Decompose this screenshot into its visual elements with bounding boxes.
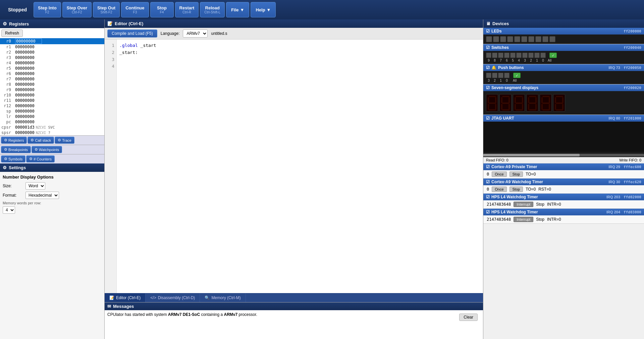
tab-trace[interactable]: ⚙ Trace (55, 137, 74, 144)
language-select[interactable]: ARMv7 (183, 29, 208, 38)
sw-9[interactable] (486, 53, 491, 58)
sw-8[interactable] (492, 53, 497, 58)
tab-counters[interactable]: ⚙ # Counters (26, 155, 55, 162)
led-7[interactable] (500, 36, 506, 42)
refresh-button[interactable]: Refresh (1, 29, 23, 37)
messages-mid: containing a (200, 312, 224, 317)
help-menu-button[interactable]: Help ▼ (251, 2, 276, 17)
led-2[interactable] (535, 36, 541, 42)
seven-seg-checkbox[interactable]: ☑ (486, 85, 490, 90)
messages-title: Messages (113, 304, 134, 309)
seg-digit-5[interactable] (486, 94, 498, 112)
seg-digit-1[interactable] (540, 94, 552, 112)
compile-button[interactable]: Compile and Load (F5) (107, 29, 157, 38)
jtag-content[interactable] (483, 122, 644, 152)
editor-header: 📝 Editor (Ctrl-E) (105, 19, 483, 28)
symbols-label: Symbols (8, 157, 22, 161)
led-5[interactable] (514, 36, 520, 42)
cortex-timer-checkbox[interactable]: ☑ (486, 164, 490, 169)
hps-watchdog2-value: 2147483648 (487, 217, 511, 222)
hps-watchdog2-checkbox[interactable]: ☑ (486, 210, 490, 214)
leds-checkbox-icon[interactable]: ☑ (486, 29, 490, 33)
step-out-button[interactable]: Step Out Shift-F2 (93, 2, 120, 17)
led-4[interactable] (521, 36, 527, 42)
filename-label: untitled.s (211, 31, 227, 36)
jtag-scrollbar[interactable] (483, 154, 644, 156)
cortex-watchdog-checkbox[interactable]: ☑ (486, 180, 490, 184)
format-select[interactable]: Hexadecimal (25, 192, 59, 199)
pb-2[interactable] (492, 73, 497, 78)
restart-button[interactable]: Restart Ctrl-R (175, 2, 199, 17)
switches-checkbox-icon[interactable]: ☑ (486, 45, 490, 50)
push-buttons-checkbox[interactable]: ☑ (486, 65, 490, 70)
switch-all-check[interactable]: ✓ (549, 53, 557, 58)
sw-2[interactable] (528, 53, 534, 58)
hps-watchdog1-checkbox[interactable]: ☑ (486, 195, 490, 199)
stop-button[interactable]: Stop F4 (150, 2, 174, 17)
tab-watchpoints[interactable]: ⚙ Watchpoints (32, 146, 62, 153)
tab-call-stack[interactable]: ⚙ Call stack (28, 137, 54, 144)
leds-address: ff200000 (624, 29, 641, 33)
hps-watchdog1-content: 2147483648 Interrupt Stop INTR=0 (483, 200, 644, 208)
seven-seg-address: ff200020 (624, 86, 641, 90)
sw-3[interactable] (522, 53, 528, 58)
led-6[interactable] (507, 36, 513, 42)
table-row: sp00000000 (0, 109, 104, 114)
pb-3[interactable] (486, 73, 491, 78)
led-3[interactable] (528, 36, 534, 42)
table-row: r1200000000 (0, 103, 104, 109)
jtag-checkbox[interactable]: ☑ (486, 116, 490, 121)
hps-watchdog1-interrupt-button[interactable]: Interrupt (514, 202, 533, 207)
reload-button[interactable]: Reload Ctrl-Shift-L (200, 2, 225, 17)
sw-0[interactable] (540, 53, 546, 58)
file-menu-button[interactable]: File ▼ (226, 2, 249, 17)
step-over-button[interactable]: Step Over Ctrl-F2 (62, 2, 92, 17)
sw-4[interactable] (516, 53, 522, 58)
sw-5[interactable] (510, 53, 516, 58)
hps-watchdog2-interrupt-button[interactable]: Interrupt (514, 217, 533, 222)
seg-digit-3[interactable] (513, 94, 525, 112)
leds-content (483, 35, 644, 44)
switches-label: Switches (491, 45, 509, 50)
led-1[interactable] (542, 36, 548, 42)
cortex-watchdog-once-button[interactable]: Once (492, 187, 506, 192)
sw-6[interactable] (504, 53, 509, 58)
size-select[interactable]: Word (25, 182, 45, 190)
seg-digit-2[interactable] (526, 94, 538, 112)
seg-digit-4[interactable] (499, 94, 512, 112)
tab-symbols[interactable]: ⚙ Symbols (1, 155, 25, 162)
cortex-timer-stop-button[interactable]: Stop (509, 172, 523, 177)
memory-words-select[interactable]: 4 (3, 206, 15, 214)
chevron-down-icon: ▼ (267, 7, 271, 12)
led-0[interactable] (549, 36, 555, 42)
pb-1[interactable] (498, 73, 503, 78)
jtag-header: ☑ JTAG UART IRQ 80 ff201000 (483, 115, 644, 122)
tab-registers[interactable]: ⚙ Registers (1, 137, 27, 144)
pb-all-check[interactable]: ✓ (513, 73, 521, 78)
messages-header: ✉ Messages (105, 302, 483, 310)
step-into-button[interactable]: Step Into F2 (34, 2, 61, 17)
pb-0[interactable] (504, 73, 509, 78)
led-8[interactable] (493, 36, 499, 42)
call-stack-label: Call stack (35, 138, 51, 142)
tab-memory[interactable]: 🔍 Memory (Ctrl-M) (200, 293, 246, 302)
tab-disassembly[interactable]: </> Disassembly (Ctrl-D) (146, 293, 200, 302)
clear-button[interactable]: Clear (459, 314, 478, 321)
sw-7[interactable] (498, 53, 503, 58)
sw-1[interactable] (534, 53, 540, 58)
continue-label: Continue (125, 5, 144, 10)
code-editor[interactable]: .global _start _start: (117, 40, 483, 293)
tab-editor[interactable]: 📝 Editor (Ctrl-E) (105, 293, 146, 302)
jtag-label: JTAG UART (491, 116, 514, 121)
r0-value-input[interactable] (15, 39, 42, 44)
led-9[interactable] (486, 36, 492, 42)
seg-digit-0[interactable] (553, 94, 565, 112)
continue-button[interactable]: Continue F3 (121, 2, 149, 17)
seven-seg-label: Seven-segment displays (491, 85, 538, 90)
cortex-timer-once-button[interactable]: Once (492, 172, 506, 177)
tab-breakpoints[interactable]: ⚙ Breakpoints (1, 146, 31, 153)
push-buttons-label: Push buttons (498, 65, 524, 70)
editor-body[interactable]: 1234 .global _start _start: (105, 40, 483, 293)
cortex-watchdog-stop-button[interactable]: Stop (509, 187, 523, 192)
status-label: Stopped (3, 7, 32, 12)
